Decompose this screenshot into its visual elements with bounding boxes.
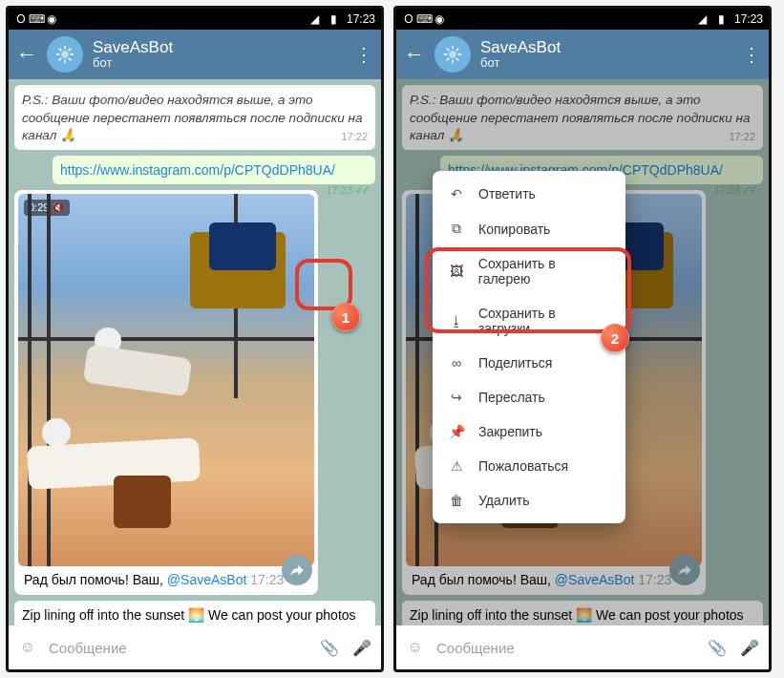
ctx-label: Ответить (478, 186, 536, 201)
copy-icon: ⧉ (448, 221, 465, 237)
battery-icon: ▮ (328, 12, 341, 26)
ctx-pin[interactable]: 📌Закрепить (433, 414, 625, 449)
chat-avatar[interactable] (47, 36, 83, 73)
caption-text: Рад был помочь! Ваш, (24, 572, 167, 587)
svg-point-1 (449, 51, 456, 57)
chat-avatar[interactable] (434, 36, 471, 73)
caption-timestamp: 17:23 (250, 572, 284, 587)
message-input[interactable]: Сообщение (49, 640, 308, 656)
back-icon[interactable]: ← (16, 42, 37, 67)
forward-icon: ↪ (448, 390, 465, 405)
phone-right: O ⌨ ◉ ◢ ▮ 17:23 ← SaveAsBot бот ⋮ P.S.: … (393, 6, 772, 672)
message-link[interactable]: https://www.instagram.com/p/CPTQdDPh8UA/… (53, 156, 375, 184)
keyboard-icon: ⌨ (30, 12, 43, 26)
status-bar: O ⌨ ◉ ◢ ▮ 17:23 (396, 9, 769, 30)
attach-icon[interactable]: 📎 (706, 639, 729, 657)
video-thumbnail[interactable]: 0:29 🔇 (18, 194, 314, 566)
read-checks-icon: ✓✓ (354, 182, 368, 199)
opera-icon: O (14, 12, 28, 26)
message-video[interactable]: 0:29 🔇 Рад был помочь! Ваш, @SaveAsBot 1… (14, 190, 318, 595)
opera-icon: O (402, 12, 415, 26)
link-timestamp: 17:23 (326, 183, 352, 197)
more-icon[interactable]: ⋮ (354, 43, 373, 66)
more-icon[interactable]: ⋮ (742, 43, 761, 66)
callout-badge-1: 1 (331, 303, 360, 331)
ctx-delete[interactable]: 🗑Удалить (433, 483, 625, 518)
chat-subtitle: бот (480, 56, 561, 71)
message-input[interactable]: Сообщение (436, 640, 696, 656)
svg-point-0 (61, 51, 68, 57)
phone-left: O ⌨ ◉ ◢ ▮ 17:23 ← SaveAsBot бот ⋮ P.S.: … (6, 6, 384, 672)
shazam-icon: ◉ (433, 12, 446, 26)
chat-title[interactable]: SaveAsBot (480, 38, 561, 57)
ctx-label: Переслать (478, 390, 545, 405)
ctx-reply[interactable]: ↶Ответить (433, 177, 625, 211)
message-input-bar: ☺ Сообщение 📎 🎤 (9, 625, 381, 669)
signal-icon: ◢ (696, 12, 710, 26)
battery-icon: ▮ (715, 12, 729, 26)
ctx-report[interactable]: ⚠Пожаловаться (433, 449, 625, 483)
mic-icon[interactable]: 🎤 (350, 639, 373, 657)
status-bar: O ⌨ ◉ ◢ ▮ 17:23 (9, 9, 381, 30)
message-zipline[interactable]: Zip lining off into the sunset 🌅 We can … (14, 601, 375, 625)
report-icon: ⚠ (448, 458, 465, 474)
clock: 17:23 (347, 12, 375, 26)
back-icon[interactable]: ← (404, 42, 425, 67)
ctx-label: Закрепить (478, 424, 542, 439)
mic-icon[interactable]: 🎤 (738, 639, 761, 657)
clock: 17:23 (734, 12, 763, 26)
ctx-label: Пожаловаться (478, 458, 568, 474)
app-bar: ← SaveAsBot бот ⋮ (9, 30, 381, 79)
ctx-label: Поделиться (478, 355, 552, 371)
reply-icon: ↶ (448, 186, 465, 201)
ctx-share[interactable]: ∞Поделиться (433, 346, 625, 380)
chat-subtitle: бот (93, 56, 173, 71)
pin-icon: 📌 (448, 424, 465, 439)
message-input-bar: ☺ Сообщение 📎 🎤 (396, 625, 769, 669)
ctx-copy[interactable]: ⧉Копировать (433, 211, 625, 246)
ps-text: P.S.: Ваши фото/видео находятся выше, а … (22, 93, 362, 142)
ctx-label: Удалить (478, 493, 529, 508)
message-ps[interactable]: P.S.: Ваши фото/видео находятся выше, а … (14, 85, 375, 150)
shazam-icon: ◉ (45, 12, 58, 26)
ps-timestamp: 17:22 (341, 130, 368, 143)
keyboard-icon: ⌨ (417, 12, 431, 26)
callout-badge-2: 2 (601, 324, 629, 352)
share-icon: ∞ (448, 355, 465, 371)
trash-icon: 🗑 (448, 493, 465, 508)
callout-highlight-2 (425, 247, 631, 333)
emoji-icon[interactable]: ☺ (16, 639, 39, 656)
context-menu: ↶Ответить ⧉Копировать 🖼Сохранить в галер… (433, 171, 625, 523)
emoji-icon[interactable]: ☺ (404, 639, 427, 656)
ctx-forward[interactable]: ↪Переслать (433, 380, 625, 414)
mute-icon: 🔇 (52, 201, 65, 214)
chat-area[interactable]: P.S.: Ваши фото/видео находятся выше, а … (396, 79, 769, 625)
app-bar: ← SaveAsBot бот ⋮ (396, 30, 769, 79)
chat-title[interactable]: SaveAsBot (93, 38, 173, 57)
caption-mention[interactable]: @SaveAsBot (167, 572, 246, 587)
chat-area[interactable]: P.S.: Ваши фото/видео находятся выше, а … (9, 79, 381, 625)
signal-icon: ◢ (308, 12, 322, 26)
instagram-link[interactable]: https://www.instagram.com/p/CPTQdDPh8UA/ (60, 162, 335, 178)
ctx-label: Копировать (478, 222, 550, 237)
zip-prefix: Zip lining off into the sunset 🌅 We can … (22, 607, 356, 625)
zip-mention[interactable]: @travelsfever (260, 625, 343, 625)
attach-icon[interactable]: 📎 (318, 639, 341, 657)
